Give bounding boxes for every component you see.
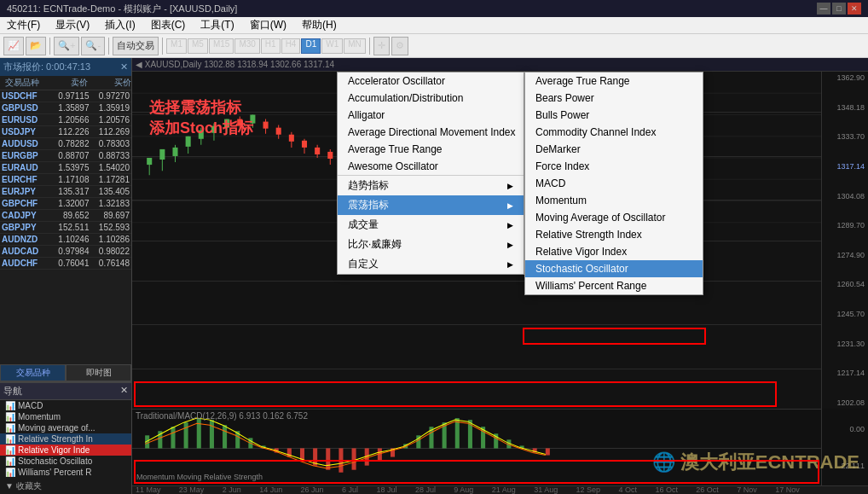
nav-item-rsi[interactable]: 📊Relative Strength In [0, 433, 131, 445]
minimize-button[interactable]: — [817, 3, 830, 15]
symbol-row-audnzd[interactable]: AUDNZD1.102461.10286 [0, 234, 131, 246]
close-nav-icon[interactable]: ✕ [120, 385, 128, 396]
tf-h4[interactable]: H4 [281, 38, 301, 54]
menu-window[interactable]: 窗口(W) [246, 18, 290, 32]
tf-d1[interactable]: D1 [301, 38, 321, 54]
menu-trend[interactable]: 趋势指标 [338, 176, 524, 195]
menu-chart[interactable]: 图表(C) [148, 18, 189, 32]
svg-rect-36 [327, 152, 333, 159]
price-7: 1274.90 [824, 251, 866, 259]
symbol-row-audchf[interactable]: AUDCHF0.760410.76148 [0, 258, 131, 270]
tab-trade-symbols[interactable]: 交易品种 [0, 364, 66, 381]
menu-custom[interactable]: 自定义 [338, 254, 524, 274]
open-button[interactable]: 📂 [26, 37, 46, 55]
price-9: 1245.70 [824, 310, 866, 318]
symbol-row-usdjpy[interactable]: USDJPY112.226112.269 [0, 126, 131, 138]
menu-admi[interactable]: Average Directional Movement Index [338, 124, 524, 141]
tf-m30[interactable]: M30 [234, 38, 259, 54]
menu-williams-bill[interactable]: 比尔·威廉姆 [338, 235, 524, 254]
menu-help[interactable]: 帮助(H) [298, 18, 340, 32]
nav-section-favorites[interactable]: ▼ 收藏夹 [0, 479, 131, 493]
menu-bar: 文件(F) 显示(V) 插入(I) 图表(C) 工具(T) 窗口(W) 帮助(H… [0, 17, 868, 34]
new-chart-button[interactable]: 📈 [3, 37, 24, 55]
symbol-row-usdchf[interactable]: USDCHF0.971150.97270 [0, 90, 131, 102]
price-4: 1317.14 [824, 162, 866, 171]
menu-file[interactable]: 文件(F) [3, 18, 43, 32]
symbol-row-audcad[interactable]: AUDCAD0.979840.98022 [0, 246, 131, 258]
menu-tools[interactable]: 工具(T) [197, 18, 237, 32]
macd-label: Traditional/MACD(12,26,9) 6.913 0.162 6.… [136, 411, 308, 421]
symbol-row-eurusd[interactable]: EURUSD1.205661.20576 [0, 114, 131, 126]
zoom-in-button[interactable]: 🔍+ [54, 37, 79, 55]
symbol-row-eurgbp[interactable]: EURGBP0.887070.88733 [0, 150, 131, 162]
nav-item-williams[interactable]: 📊Williams' Percent R [0, 467, 131, 478]
menu-accelerator[interactable]: Accelerator Oscillator [338, 73, 524, 90]
menu-volume[interactable]: 成交量 [338, 215, 524, 235]
maximize-button[interactable]: □ [832, 3, 846, 15]
chart-header: ◀ XAUUSD,Daily 1302.88 1318.94 1302.66 1… [132, 58, 868, 72]
crosshair-button[interactable]: ✛ [373, 37, 390, 55]
svg-rect-18 [211, 126, 217, 133]
submenu-bulls[interactable]: Bulls Power [525, 107, 703, 124]
settings-button[interactable]: ⚙ [391, 37, 408, 55]
submenu-rvi[interactable]: Relative Vigor Index [525, 243, 703, 260]
main-content: 市场报价: 0:00:47:13 ✕ 交易品种 卖价 买价 USDCHF0.97… [0, 58, 868, 494]
close-button[interactable]: ✕ [848, 3, 861, 15]
svg-rect-90 [378, 448, 382, 461]
submenu-macd[interactable]: MACD [525, 175, 703, 192]
svg-rect-12 [172, 148, 177, 156]
submenu-williams[interactable]: Williams' Percent Range [525, 277, 703, 294]
submenu-atr[interactable]: Average True Range [525, 73, 703, 90]
submenu-cci[interactable]: Commodity Channel Index [525, 124, 703, 141]
menu-view[interactable]: 显示(V) [52, 18, 93, 32]
svg-rect-20 [224, 119, 229, 128]
close-panel-icon[interactable]: ✕ [120, 61, 128, 73]
tab-instant-chart[interactable]: 即时图 [66, 364, 131, 381]
tf-h1[interactable]: H1 [261, 38, 281, 54]
menu-atr[interactable]: Average True Range [338, 141, 524, 158]
symbol-row-gbpusd[interactable]: GBPUSD1.358971.35919 [0, 102, 131, 114]
submenu-stochastic[interactable]: Stochastic Oscillator [525, 260, 703, 277]
submenu-bears[interactable]: Bears Power [525, 90, 703, 107]
submenu-rsi[interactable]: Relative Strength Index [525, 226, 703, 243]
submenu-maos[interactable]: Moving Average of Oscillator [525, 209, 703, 226]
toolbar-separator-3 [162, 38, 163, 55]
menu-insert[interactable]: 插入(I) [101, 18, 138, 32]
tf-m15[interactable]: M15 [209, 38, 234, 54]
symbol-list: USDCHF0.971150.97270 GBPUSD1.358971.3591… [0, 90, 131, 363]
main-dropdown-menu[interactable]: Accelerator Oscillator Accumulation/Dist… [337, 72, 524, 275]
tf-m1[interactable]: M1 [166, 38, 187, 54]
symbol-row-euraud[interactable]: EURAUD1.539751.54020 [0, 162, 131, 174]
symbol-row-cadjpy[interactable]: CADJPY89.65289.697 [0, 210, 131, 222]
oscillator-submenu[interactable]: Average True Range Bears Power Bulls Pow… [524, 72, 703, 295]
zoom-out-button[interactable]: 🔍- [81, 37, 105, 55]
nav-item-macd[interactable]: 📊MACD [0, 400, 131, 411]
nav-item-momentum[interactable]: 📊Momentum [0, 411, 131, 422]
symbol-row-eurchf[interactable]: EURCHF1.171081.17281 [0, 174, 131, 186]
tf-mn[interactable]: MN [344, 38, 366, 54]
chart-symbol-info: ◀ XAUUSD,Daily 1302.88 1318.94 1302.66 1… [136, 60, 334, 69]
nav-item-moving-avg[interactable]: 📊Moving average of... [0, 422, 131, 433]
submenu-demarker[interactable]: DeMarker [525, 141, 703, 158]
tf-w1[interactable]: W1 [321, 38, 343, 54]
nav-item-stochastic[interactable]: 📊Stochastic Oscillato [0, 456, 131, 467]
submenu-momentum[interactable]: Momentum [525, 192, 703, 209]
title-bar: 450211: ECNTrade-Demo - 模拟账户 - [XAUUSD,D… [0, 0, 868, 17]
menu-alligator[interactable]: Alligator [338, 107, 524, 124]
market-price-header: 市场报价: 0:00:47:13 ✕ [0, 58, 131, 76]
svg-rect-75 [184, 422, 188, 448]
menu-accumulation[interactable]: Accumulation/Distribution [338, 90, 524, 107]
ind-price-1: 0.00 [824, 425, 866, 433]
auto-trade-button[interactable]: 自动交易 [113, 37, 159, 55]
red-outline-bottom [134, 381, 777, 407]
symbol-row-audusd[interactable]: AUDUSD0.782820.78303 [0, 138, 131, 150]
menu-awesome[interactable]: Awesome Oscillator [338, 158, 524, 175]
symbol-row-eurjpy[interactable]: EURJPY135.317135.405 [0, 186, 131, 198]
tf-m5[interactable]: M5 [188, 38, 208, 54]
title-text: 450211: ECNTrade-Demo - 模拟账户 - [XAUUSD,D… [7, 3, 237, 15]
submenu-force[interactable]: Force Index [525, 158, 703, 175]
symbol-row-gbpjpy[interactable]: GBPJPY152.511152.593 [0, 222, 131, 234]
menu-oscillator[interactable]: 震荡指标 [338, 195, 524, 215]
symbol-row-gbpchf[interactable]: GBPCHF1.320071.32183 [0, 198, 131, 210]
nav-item-rvi[interactable]: 📊Relative Vigor Inde [0, 445, 131, 456]
